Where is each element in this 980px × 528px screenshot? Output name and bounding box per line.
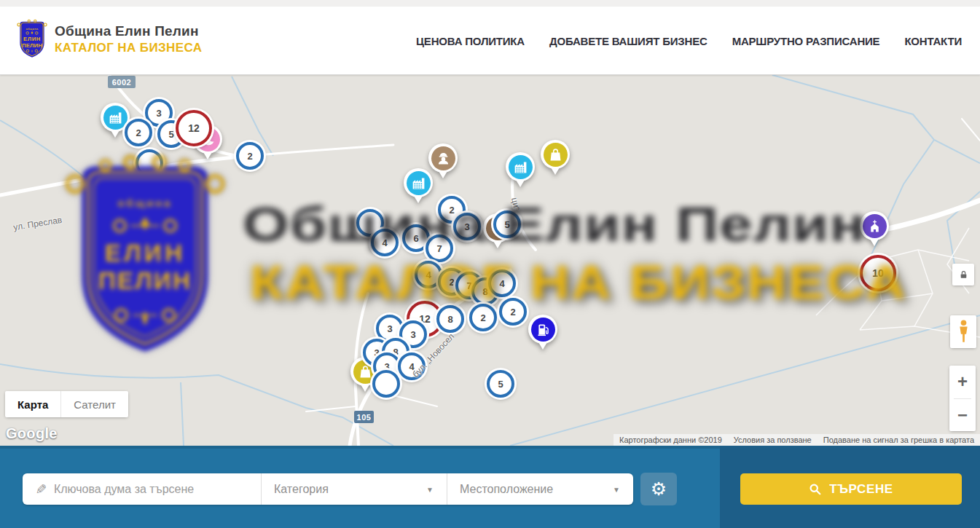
factory-icon bbox=[407, 171, 431, 195]
attribution-copyright: Картографски данни ©2019 bbox=[619, 436, 722, 444]
map-cluster[interactable] bbox=[136, 149, 163, 177]
header: община ЕЛИН ПЕЛИН Община Елин Пелин КАТА… bbox=[0, 7, 980, 75]
lock-icon bbox=[959, 270, 968, 280]
nav-pricing[interactable]: ЦЕНОВА ПОЛИТИКА bbox=[416, 35, 525, 47]
fuel-icon bbox=[531, 318, 555, 342]
map-pin-factory[interactable] bbox=[506, 152, 535, 181]
keyword-field[interactable]: ✎ bbox=[23, 473, 261, 505]
svg-text:община: община bbox=[26, 28, 39, 31]
search-bar: ✎ Категория ▼ Местоположение ▼ ⚙ ТЪРСЕНЕ bbox=[0, 446, 980, 528]
map-cluster[interactable]: 7 bbox=[426, 235, 453, 262]
keyword-input[interactable] bbox=[54, 483, 236, 496]
nav-contacts[interactable]: КОНТАКТИ bbox=[904, 35, 962, 47]
street-view-pegman-button[interactable] bbox=[950, 315, 976, 348]
map-cluster[interactable]: 8 bbox=[436, 305, 464, 333]
shopping-bag-icon bbox=[544, 143, 568, 167]
map-cluster[interactable] bbox=[372, 370, 400, 398]
map-pin-fuel[interactable] bbox=[528, 315, 557, 344]
zoom-in-button[interactable]: + bbox=[949, 366, 976, 398]
map-attribution: Картографски данни ©2019 Условия за полз… bbox=[614, 434, 980, 446]
map-type-satellite-button[interactable]: Сателит bbox=[60, 391, 128, 417]
lock-button[interactable] bbox=[952, 264, 974, 285]
zoom-out-button[interactable]: − bbox=[949, 399, 976, 432]
map-cluster[interactable]: 5 bbox=[493, 210, 521, 238]
map-pin-church[interactable] bbox=[860, 211, 889, 240]
search-button[interactable]: ТЪРСЕНЕ bbox=[740, 473, 962, 505]
map-cluster[interactable]: 2 bbox=[236, 142, 264, 170]
svg-text:ЕЛИН: ЕЛИН bbox=[23, 36, 41, 42]
map-cluster[interactable]: 2 bbox=[469, 304, 497, 331]
map-cluster[interactable]: 10 bbox=[860, 255, 896, 291]
brand-logo-link[interactable]: община ЕЛИН ПЕЛИН Община Елин Пелин КАТА… bbox=[16, 18, 202, 60]
map-cluster[interactable]: 12 bbox=[176, 110, 212, 146]
map-type-map-button[interactable]: Карта bbox=[5, 391, 60, 417]
map-cluster[interactable]: 2 bbox=[499, 298, 527, 326]
google-logo[interactable]: Google bbox=[6, 425, 58, 442]
chevron-down-icon: ▼ bbox=[426, 485, 434, 493]
nav-bus-schedule[interactable]: МАРШРУТНО РАЗПИСАНИЕ bbox=[732, 35, 880, 47]
category-select[interactable]: Категория ▼ bbox=[261, 473, 447, 505]
map-cluster[interactable]: 4 bbox=[371, 229, 399, 256]
svg-text:ПЕЛИН: ПЕЛИН bbox=[22, 42, 42, 49]
road-label: 105 bbox=[354, 411, 374, 423]
location-select[interactable]: Местоположение ▼ bbox=[447, 473, 633, 505]
map-type-control: Карта Сателит bbox=[5, 391, 128, 417]
road-label: 6002 bbox=[108, 76, 136, 88]
worker-icon bbox=[431, 146, 455, 170]
map-pin-shopping-bag[interactable] bbox=[541, 140, 570, 169]
factory-icon bbox=[509, 155, 533, 179]
church-icon bbox=[863, 214, 887, 238]
advanced-search-button[interactable]: ⚙ bbox=[640, 473, 677, 505]
attribution-report-link[interactable]: Подаване на сигнал за грешка в картата bbox=[823, 436, 974, 444]
chevron-down-icon: ▼ bbox=[613, 485, 620, 493]
search-icon bbox=[809, 483, 821, 495]
map-cluster[interactable]: 4 bbox=[488, 269, 516, 297]
site-subtitle: КАТАЛОГ НА БИЗНЕСА bbox=[55, 41, 202, 55]
search-fields: ✎ Категория ▼ Местоположение ▼ bbox=[23, 473, 633, 505]
map-cluster[interactable]: 3 bbox=[453, 213, 481, 240]
attribution-terms-link[interactable]: Условия за ползване bbox=[734, 436, 812, 444]
factory-icon bbox=[103, 106, 128, 130]
map-cluster[interactable]: 5 bbox=[487, 370, 514, 398]
map-pin-factory[interactable] bbox=[404, 168, 433, 197]
map-canvas[interactable]: 3251222356744278412822333834510 община Е… bbox=[0, 75, 980, 446]
gear-icon: ⚙ bbox=[651, 480, 667, 498]
nav-add-business[interactable]: ДОБАВЕТЕ ВАШИЯТ БИЗНЕС bbox=[549, 35, 707, 47]
map-pin-worker[interactable] bbox=[428, 143, 458, 173]
site-title: Община Елин Пелин bbox=[55, 23, 202, 39]
zoom-control: + − bbox=[949, 366, 976, 431]
pencil-icon: ✎ bbox=[32, 484, 49, 495]
main-nav: ЦЕНОВА ПОЛИТИКА ДОБАВЕТЕ ВАШИЯТ БИЗНЕС М… bbox=[416, 7, 962, 75]
map-markers: 3251222356744278412822333834510 bbox=[0, 75, 980, 446]
pegman-icon bbox=[957, 318, 971, 345]
map-cluster[interactable]: 2 bbox=[125, 119, 152, 146]
municipality-crest-icon: община ЕЛИН ПЕЛИН bbox=[16, 18, 48, 60]
top-strip bbox=[0, 0, 980, 7]
page: община ЕЛИН ПЕЛИН Община Елин Пелин КАТА… bbox=[0, 0, 980, 528]
